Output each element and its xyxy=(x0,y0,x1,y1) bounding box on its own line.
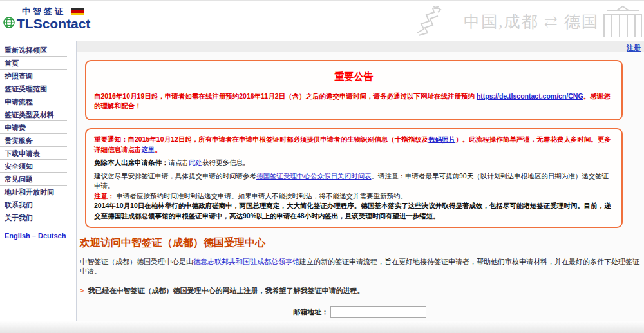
holiday-closure-link[interactable]: 德国签证受理中心公众假日关闭时间表 xyxy=(256,172,372,180)
status-check-text: 我已经在中智签证（成都）德国受理中心的网站上注册，我希望了解我签证申请的进程。 xyxy=(88,287,364,294)
consulate-link[interactable]: 德意志联邦共和国驻成都总领事馆 xyxy=(193,258,299,265)
sidebar-item-reselect-region[interactable]: 重新选择领区 xyxy=(0,44,67,57)
page: 中智签证 TLScontact 中国,成都 ⇄ 德国 重新选择领区 首页 护照查 xyxy=(0,0,644,333)
logo[interactable]: 中智签证 TLScontact xyxy=(3,6,90,30)
sidebar-item-home[interactable]: 首页 xyxy=(0,57,67,70)
exemption-here-link[interactable]: 此处 xyxy=(189,158,202,166)
sidebar-item-security-notice[interactable]: 安全须知 xyxy=(0,160,67,173)
register-link[interactable]: 注册 xyxy=(627,44,641,52)
digital-photo-link[interactable]: 数码照片 xyxy=(428,135,455,143)
watermark: 中国,成都 ⇄ 德国 xyxy=(415,5,643,38)
sidebar-item-contact-us[interactable]: 联系我们 xyxy=(0,198,67,211)
sidebar-item-vip-services[interactable]: 贵宾服务 xyxy=(0,134,67,147)
sidebar-item-passport-tracking[interactable]: 护照查询 xyxy=(0,70,67,82)
watermark-text: 中国,成都 ⇄ 德国 xyxy=(464,11,599,32)
lang-separator: – xyxy=(32,232,36,240)
notice-line-processing-time: 2014年10月10日在柏林举行的中德政府磋商中，两国总理商定，大大简化签证办理… xyxy=(94,201,614,221)
globe-icon xyxy=(3,16,15,29)
notice-line-biometrics: 重要通知：自2015年10月12日起，所有申请者在申请申根签证时都必须提供申请者… xyxy=(94,135,614,155)
important-notice-box: 重要通知：自2015年10月12日起，所有申请者在申请申根签证时都必须提供申请者… xyxy=(85,128,623,228)
logo-latin-text: TLScontact xyxy=(17,17,90,30)
german-flag-icon xyxy=(71,8,84,15)
sidebar-item-about-us[interactable]: 关于我们 xyxy=(0,211,67,224)
lang-english-link[interactable]: English xyxy=(5,232,30,240)
welcome-paragraph: 中智签证（成都）德国受理中心是由德意志联邦共和国驻成都总领事馆建立的新的签证申请… xyxy=(80,257,644,276)
notice-line-schedule: 建议您尽早安排签证申请，具体提交申请的时间请参考德国签证受理中心公众假日关闭时间… xyxy=(94,171,614,191)
sidebar-item-address-hours[interactable]: 地址和开放时间 xyxy=(0,186,67,198)
announcement-text: 自2016年10月19日起，申请者如需在线注册预约2016年11月2日（含）之后… xyxy=(94,92,477,100)
content-area: 注册 重要公告 自2016年10月19日起，申请者如需在线注册预约2016年11… xyxy=(76,41,644,321)
more-info-here-link[interactable]: 这里 xyxy=(142,146,155,153)
content-topbar: 注册 xyxy=(77,41,644,52)
status-check-line: >我已经在中智签证（成都）德国受理中心的网站上注册，我希望了解我签证申请的进程。 xyxy=(80,286,644,296)
sidebar-item-faq[interactable]: 常见问题 xyxy=(0,173,67,186)
announcement-body: 自2016年10月19日起，申请者如需在线注册预约2016年11月2日（含）之后… xyxy=(94,91,614,111)
lang-deutsch-link[interactable]: Deutsch xyxy=(38,232,66,240)
sidebar-item-application-process[interactable]: 申请流程 xyxy=(0,95,67,108)
page-bottom-gradient xyxy=(0,321,644,333)
sidebar-menu: 重新选择领区 首页 护照查询 签证受理范围 申请流程 签证类型及材料 申请费 贵… xyxy=(0,44,67,224)
notice-line-exemption: 免除本人出席申请条件：请点击此处获得更多信息。 xyxy=(94,158,614,168)
sidebar: 重新选择领区 首页 护照查询 签证受理范围 申请流程 签证类型及材料 申请费 贵… xyxy=(0,41,76,320)
email-field[interactable] xyxy=(330,306,426,318)
chevron-right-icon: > xyxy=(80,287,84,294)
page-title: 欢迎访问中智签证（成都）德国受理中心 xyxy=(80,236,644,250)
sidebar-item-download-forms[interactable]: 下载申请表 xyxy=(0,147,67,160)
brandenburg-gate-icon xyxy=(603,5,643,37)
email-label: 邮箱地址： xyxy=(77,307,330,317)
language-switcher: English – Deutsch xyxy=(5,232,76,240)
registration-url-link[interactable]: https://de.tlscontact.com/cn/CNG xyxy=(477,92,583,100)
sidebar-item-visa-jurisdiction[interactable]: 签证受理范围 xyxy=(0,82,67,95)
notice-line-punctuality: 注意： 申请者应按预约时间准时到达递交申请。如果申请人不能按时到达，将不能递交并… xyxy=(94,191,614,202)
announcement-title: 重要公告 xyxy=(94,71,614,83)
important-announcement-box: 重要公告 自2016年10月19日起，申请者如需在线注册预约2016年11月2日… xyxy=(85,60,623,120)
sidebar-item-visa-types[interactable]: 签证类型及材料 xyxy=(0,108,67,121)
great-wall-icon xyxy=(415,5,460,38)
sidebar-item-fees[interactable]: 申请费 xyxy=(0,121,67,134)
header: 中智签证 TLScontact 中国,成都 ⇄ 德国 xyxy=(0,1,644,41)
